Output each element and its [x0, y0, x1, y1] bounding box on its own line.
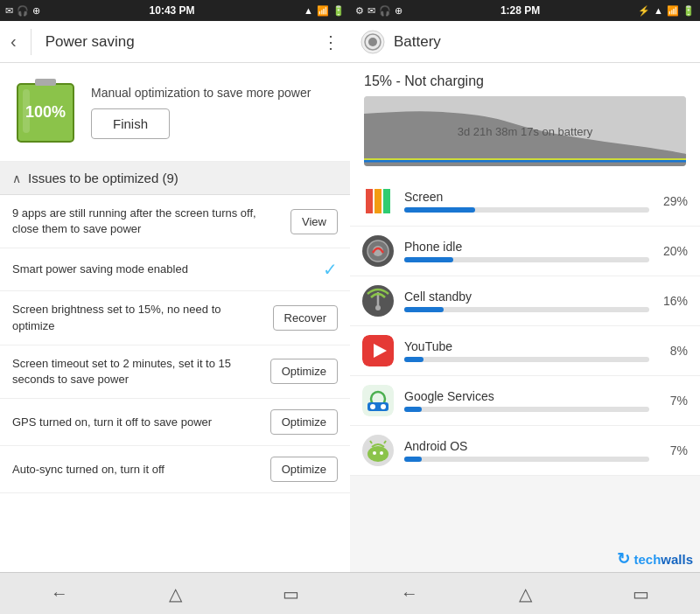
issue-optimize-button-5[interactable]: Optimize [270, 457, 338, 482]
google-services-bar-wrap [404, 407, 649, 412]
google-services-bar [404, 407, 422, 412]
back-nav-button[interactable]: ← [51, 583, 68, 604]
signal-icon: 📶 [317, 5, 329, 17]
screen-percent: 29% [660, 194, 688, 208]
issue-text-5: Auto-sync turned on, turn it off [12, 462, 262, 478]
cell-standby-app-info: Cell standby [404, 290, 649, 312]
app-item-android-os: Android OS 7% [350, 426, 700, 476]
android-os-app-name: Android OS [404, 439, 649, 453]
app-item-google-services: Google Services 7% [350, 376, 700, 426]
issues-header[interactable]: ∧ Issues to be optimized (9) [0, 162, 350, 195]
battery-charge-status: 15% - Not charging [350, 63, 700, 96]
right-recents-nav-button[interactable]: ▭ [633, 583, 649, 604]
optimize-text: Manual optimization to save more power [91, 86, 336, 100]
issue-text-3: Screen timeout set to 2 minutes, set it … [12, 356, 262, 387]
youtube-bar [404, 357, 424, 362]
issue-recover-button[interactable]: Recover [273, 305, 338, 331]
headset-status-icon: 🎧 [379, 5, 391, 17]
android-os-percent: 7% [660, 443, 688, 457]
app-item-youtube: YouTube 8% [350, 326, 700, 376]
svg-rect-12 [374, 189, 382, 213]
check-icon: ✓ [323, 259, 338, 280]
app-item-cell-standby: Cell standby 16% [350, 276, 700, 326]
android-os-bar [404, 457, 422, 462]
watermark-text: techwalls [634, 552, 693, 567]
cell-standby-app-name: Cell standby [404, 290, 649, 304]
cell-standby-app-icon [362, 285, 394, 317]
right-toolbar-title: Battery [394, 33, 441, 51]
app-item-screen: Screen 29% [350, 177, 700, 227]
issue-text-0: 9 apps are still running after the scree… [12, 206, 282, 237]
issue-item-0: 9 apps are still running after the scree… [0, 195, 350, 248]
svg-point-6 [368, 38, 377, 46]
left-status-bar: ✉ 🎧 ⊕ 10:43 PM ▲ 📶 🔋 [0, 0, 350, 21]
battery-app-icon [360, 30, 385, 54]
issue-text-1: Smart power saving mode enabled [12, 262, 314, 277]
google-services-app-icon [362, 385, 394, 416]
msg-icon: ✉ [5, 5, 13, 17]
right-status-icons-left: ⚙ ✉ 🎧 ⊕ [355, 5, 402, 17]
headset-icon: 🎧 [17, 5, 29, 17]
svg-point-27 [368, 446, 388, 462]
right-time: 1:28 PM [500, 4, 540, 17]
battery-graph-container: 3d 21h 38m 17s on battery [350, 96, 700, 177]
battery-percent-label: 100% [25, 103, 66, 122]
issue-optimize-button-3[interactable]: Optimize [270, 359, 338, 384]
home-nav-button[interactable]: △ [169, 583, 182, 604]
google-services-percent: 7% [660, 394, 688, 408]
right-home-nav-button[interactable]: △ [519, 583, 532, 604]
battery-graph: 3d 21h 38m 17s on battery [364, 96, 686, 166]
app-battery-list: Screen 29% Phone idle [350, 177, 700, 572]
issue-item-4: GPS turned on, turn it off to save power… [0, 399, 350, 446]
google-services-app-info: Google Services [404, 389, 649, 412]
menu-button[interactable]: ⋮ [322, 31, 340, 52]
right-signal-icon: 📶 [667, 5, 679, 17]
app-item-phone-idle: Phone idle 20% [350, 227, 700, 276]
android-os-bar-wrap [404, 457, 649, 462]
issue-optimize-button-4[interactable]: Optimize [270, 409, 338, 435]
recents-nav-button[interactable]: ▭ [283, 583, 299, 604]
watermark: ↻ techwalls [617, 549, 693, 569]
left-status-icons-left: ✉ 🎧 ⊕ [5, 5, 40, 17]
screen-app-icon [362, 185, 394, 217]
svg-rect-21 [362, 385, 394, 416]
youtube-bar-wrap [404, 357, 649, 362]
bluetooth-icon: ⚡ [638, 5, 650, 17]
google-services-app-name: Google Services [404, 389, 649, 403]
phone-idle-app-icon [362, 235, 394, 267]
issue-view-button-0[interactable]: View [290, 209, 338, 234]
left-panel: ✉ 🎧 ⊕ 10:43 PM ▲ 📶 🔋 ‹ Power saving ⋮ [0, 0, 350, 614]
left-status-icons-right: ▲ 📶 🔋 [304, 5, 345, 17]
cell-standby-bar-wrap [404, 307, 649, 312]
right-back-nav-button[interactable]: ← [401, 583, 418, 604]
cell-standby-percent: 16% [660, 294, 688, 308]
battery-icon-status: 🔋 [332, 5, 345, 17]
right-wifi-icon: ▲ [654, 5, 663, 16]
issue-item-2: Screen brightness set to 15%, no need to… [0, 291, 350, 345]
issue-text-2: Screen brightness set to 15%, no need to… [12, 302, 264, 333]
toolbar-divider [31, 29, 32, 55]
issue-item-1: Smart power saving mode enabled ✓ [0, 248, 350, 291]
issue-text-4: GPS turned on, turn it off to save power [12, 415, 262, 430]
phone-idle-app-name: Phone idle [404, 240, 649, 254]
back-button[interactable]: ‹ [10, 31, 17, 52]
svg-rect-13 [383, 189, 390, 213]
msg-status-icon: ✉ [368, 5, 375, 17]
battery-summary: 100% Manual optimization to save more po… [0, 63, 350, 162]
screen-app-name: Screen [404, 190, 649, 204]
svg-point-28 [373, 451, 376, 455]
phone-idle-percent: 20% [660, 244, 688, 258]
youtube-app-icon [362, 335, 394, 366]
screen-app-info: Screen [404, 190, 649, 213]
chevron-icon: ∧ [12, 171, 21, 185]
issue-item-3: Screen timeout set to 2 minutes, set it … [0, 345, 350, 399]
finish-button[interactable]: Finish [91, 108, 170, 139]
screen-bar [404, 207, 475, 213]
settings-status-icon: ⚙ [355, 5, 364, 17]
screen-bar-wrap [404, 207, 649, 213]
issue-item-5: Auto-sync turned on, turn it off Optimiz… [0, 446, 350, 493]
svg-point-25 [381, 404, 386, 409]
wifi-icon: ▲ [304, 5, 313, 16]
issues-list: 9 apps are still running after the scree… [0, 195, 350, 572]
right-battery-icon: 🔋 [682, 5, 695, 17]
